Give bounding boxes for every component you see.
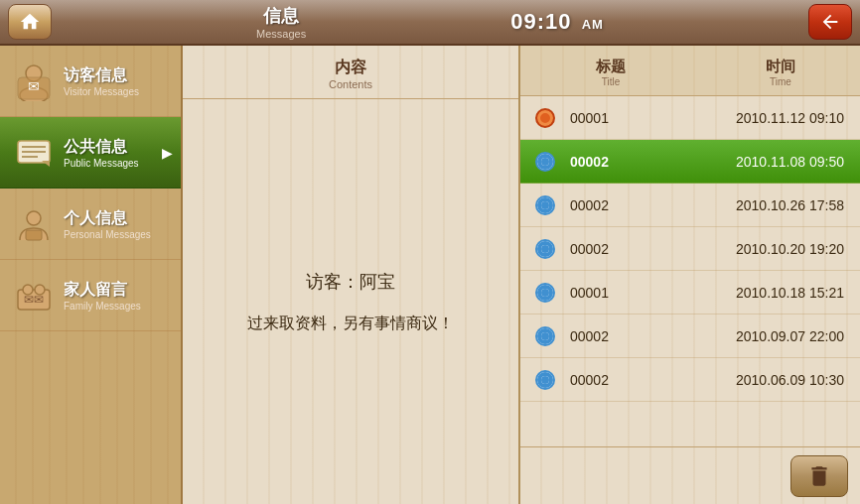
message-panel-title-cn: 内容: [183, 58, 518, 78]
row-status-icon: [520, 239, 570, 259]
list-header: 标题 Title 时间 Time: [520, 46, 860, 96]
col-time-header: 时间 Time: [701, 46, 860, 95]
header-title-cn: 信息: [263, 4, 299, 28]
message-body: 访客：阿宝 过来取资料，另有事情商议！: [183, 99, 518, 504]
row-message-id: 00002: [570, 241, 701, 257]
message-content: 过来取资料，另有事情商议！: [247, 314, 454, 334]
main-content: ✉ 访客信息 Visitor Messages 公共信息 Publ: [0, 46, 860, 504]
row-status-icon: [520, 370, 570, 390]
row-message-time: 2010.11.08 09:50: [701, 154, 860, 170]
public-icon: [12, 131, 56, 175]
back-icon: [819, 11, 841, 33]
sidebar-text-public: 公共信息 Public Messages: [64, 137, 139, 169]
list-row[interactable]: 000012010.11.12 09:10: [520, 96, 860, 140]
row-message-time: 2010.06.09 10:30: [701, 372, 860, 388]
list-row[interactable]: 000022010.10.20 19:20: [520, 227, 860, 271]
sidebar-item-public-label-cn: 公共信息: [64, 137, 139, 158]
row-message-time: 2010.10.26 17:58: [701, 197, 860, 213]
row-message-id: 00002: [570, 328, 701, 344]
header-time: 09:10 AM: [510, 9, 604, 35]
svg-point-9: [27, 211, 41, 225]
list-row[interactable]: 000012010.10.18 15:21: [520, 271, 860, 315]
col-time-cn: 时间: [701, 58, 860, 76]
sidebar-text-family: 家人留言 Family Messages: [64, 280, 141, 312]
sidebar-item-public[interactable]: 公共信息 Public Messages: [0, 117, 181, 189]
list-bottom: [520, 446, 860, 504]
row-message-id: 00001: [570, 110, 701, 126]
message-panel: 内容 Contents 访客：阿宝 过来取资料，另有事情商议！: [183, 46, 520, 504]
col-time-en: Time: [701, 76, 860, 87]
sidebar-item-visitor-label-cn: 访客信息: [64, 65, 139, 86]
col-title-cn: 标题: [520, 58, 701, 76]
row-message-id: 00002: [570, 154, 701, 170]
row-message-time: 2010.11.12 09:10: [701, 110, 860, 126]
content-area: 内容 Contents 访客：阿宝 过来取资料，另有事情商议！ 标题 Title…: [183, 46, 860, 504]
sidebar-item-family[interactable]: ✉✉ 家人留言 Family Messages: [0, 260, 181, 331]
header-title-en: Messages: [256, 28, 306, 40]
list-row[interactable]: 000022010.10.26 17:58: [520, 184, 860, 227]
trash-icon: [806, 463, 832, 489]
sidebar-item-visitor-label-en: Visitor Messages: [64, 86, 139, 97]
row-status-icon: [520, 283, 570, 303]
list-row[interactable]: 000022010.09.07 22:00: [520, 315, 860, 358]
sidebar-item-personal-label-cn: 个人信息: [64, 208, 151, 229]
message-panel-header: 内容 Contents: [183, 46, 518, 99]
row-status-icon: [520, 326, 570, 346]
home-icon: [19, 11, 41, 33]
sidebar-item-personal-label-en: Personal Messages: [64, 229, 151, 240]
sidebar-item-personal[interactable]: 个人信息 Personal Messages: [0, 189, 181, 260]
sidebar-text-personal: 个人信息 Personal Messages: [64, 208, 151, 240]
visitor-icon: ✉: [12, 60, 56, 103]
row-status-icon: [520, 152, 570, 172]
back-button[interactable]: [808, 4, 852, 40]
row-message-time: 2010.09.07 22:00: [701, 328, 860, 344]
message-visitor: 访客：阿宝: [306, 270, 395, 294]
row-message-id: 00002: [570, 197, 701, 213]
list-panel: 标题 Title 时间 Time 000012010.11.12 09:1000…: [520, 46, 860, 504]
svg-text:✉: ✉: [28, 78, 40, 94]
row-message-id: 00001: [570, 285, 701, 301]
sidebar: ✉ 访客信息 Visitor Messages 公共信息 Publ: [0, 46, 183, 504]
row-status-icon: [520, 195, 570, 215]
message-panel-title-en: Contents: [183, 78, 518, 90]
sidebar-text-visitor: 访客信息 Visitor Messages: [64, 65, 139, 97]
header-title: 信息 Messages: [256, 4, 306, 40]
personal-icon: [12, 202, 56, 246]
col-title-en: Title: [520, 76, 701, 87]
sidebar-item-public-label-en: Public Messages: [64, 158, 139, 169]
svg-rect-10: [26, 230, 42, 240]
col-title-header: 标题 Title: [520, 46, 701, 95]
row-message-time: 2010.10.20 19:20: [701, 241, 860, 257]
sidebar-item-family-label-en: Family Messages: [64, 301, 141, 312]
sidebar-item-family-label-cn: 家人留言: [64, 280, 141, 301]
svg-text:✉✉: ✉✉: [24, 293, 44, 307]
sidebar-item-visitor[interactable]: ✉ 访客信息 Visitor Messages: [0, 46, 181, 117]
row-status-icon: [520, 108, 570, 128]
row-message-id: 00002: [570, 372, 701, 388]
svg-marker-8: [42, 161, 50, 167]
message-list: 000012010.11.12 09:10000022010.11.08 09:…: [520, 96, 860, 446]
list-row[interactable]: 000022010.11.08 09:50: [520, 140, 860, 184]
list-row[interactable]: 000022010.06.09 10:30: [520, 358, 860, 402]
home-button[interactable]: [8, 4, 52, 40]
family-icon: ✉✉: [12, 274, 56, 317]
header: 信息 Messages 09:10 AM: [0, 0, 860, 46]
delete-button[interactable]: [790, 455, 848, 497]
row-message-time: 2010.10.18 15:21: [701, 285, 860, 301]
